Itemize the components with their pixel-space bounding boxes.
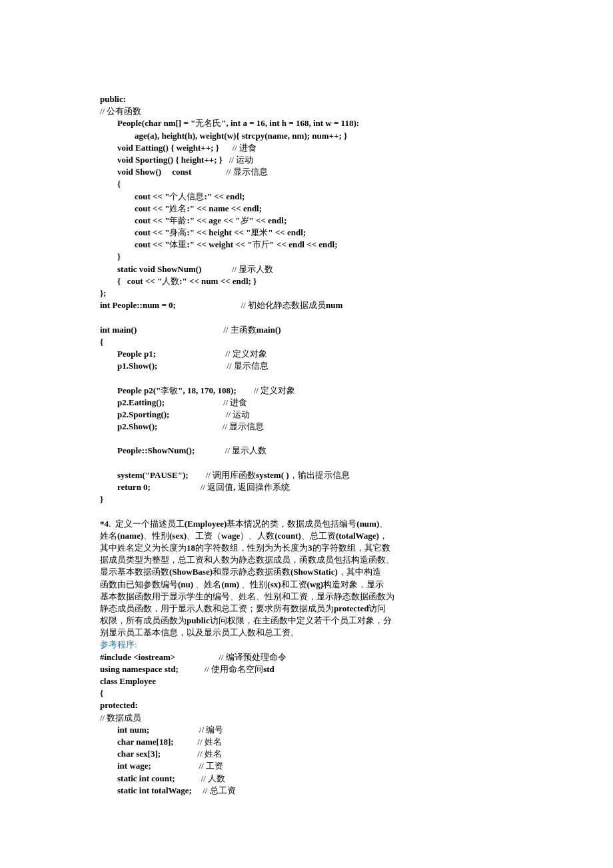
text-segment: cout << " xyxy=(100,203,169,213)
code-line: { xyxy=(100,336,513,348)
text-segment: (Employee) xyxy=(185,519,227,529)
text-segment: :" << height << " xyxy=(187,227,251,237)
text-segment: } xyxy=(100,251,121,261)
text-segment: (nu) xyxy=(178,579,195,589)
text-segment: static int count; xyxy=(100,773,175,783)
text-segment: class Employee xyxy=(100,676,156,686)
text-segment: static void ShowNum() xyxy=(100,264,201,274)
text-segment: // 显示信息 xyxy=(191,167,267,177)
code-line: } xyxy=(100,251,513,263)
text-segment: 市斤 xyxy=(253,239,270,249)
text-segment: char sex[3]; xyxy=(100,749,161,759)
text-segment: // 编译预处理命令 xyxy=(175,652,286,662)
text-segment: protected xyxy=(334,603,368,613)
code-line: { xyxy=(100,687,513,699)
text-segment: return 0; xyxy=(100,482,151,492)
code-line: } xyxy=(100,493,513,505)
text-segment xyxy=(100,433,102,443)
code-line: { cout << "人数:" << num << endl; } xyxy=(100,275,513,287)
text-segment: (ShowBase) xyxy=(169,567,213,577)
text-segment: // 显示人数 xyxy=(201,264,273,274)
text-segment: 姓名 xyxy=(100,531,117,541)
text-segment: { xyxy=(100,179,121,189)
code-line: { xyxy=(100,178,513,190)
code-line: // 数据成员 xyxy=(100,712,513,724)
code-line: int People::num = 0; // 初始化静态数据成员num xyxy=(100,299,513,311)
code-line: p2.Sporting(); // 运动 xyxy=(100,409,513,421)
text-segment: p1.Show(); xyxy=(100,361,157,371)
code-line: return 0; // 返回值, 返回操作系统 xyxy=(100,481,513,493)
text-segment xyxy=(100,312,102,322)
text-segment: static int totalWage; xyxy=(100,785,192,795)
text-segment: protected: xyxy=(100,700,138,710)
code-line xyxy=(100,457,513,469)
text-segment: ", 18, 170, 108); xyxy=(178,385,236,395)
text-segment: // 显示人数 xyxy=(195,445,267,455)
text-segment: (totalWage) xyxy=(336,531,379,541)
text-segment: // 使用命名空间 xyxy=(179,664,263,674)
text-segment: p2.Eatting(); xyxy=(100,397,165,407)
text-segment: // 显示信息 xyxy=(157,421,264,431)
text-segment: ", int a = 16, int h = 168, int w = 118)… xyxy=(221,118,359,128)
text-segment: system( ) xyxy=(256,470,289,480)
code-line: cout << "体重:" << weight << "市斤" << endl … xyxy=(100,239,513,251)
text-segment: // 显示信息 xyxy=(157,361,268,371)
code-line: 参考程序: xyxy=(100,639,513,651)
code-line: protected: xyxy=(100,699,513,711)
text-segment: 返回操作系统 xyxy=(235,482,289,492)
code-line: int num; // 编号 xyxy=(100,724,513,736)
text-segment: People p1; xyxy=(100,349,156,359)
text-segment: 人数 xyxy=(162,276,179,286)
text-segment: // 定义对象 xyxy=(156,349,267,359)
code-line: p2.Show(); // 显示信息 xyxy=(100,421,513,433)
code-line: // 公有函数 xyxy=(100,105,513,117)
text-segment: 姓名 xyxy=(169,203,187,213)
code-line: #include <iostream> // 编译预处理命令 xyxy=(100,651,513,663)
text-segment: ，输出提示信息 xyxy=(289,470,350,480)
text-segment: { cout << " xyxy=(100,276,162,286)
text-segment xyxy=(100,458,102,468)
text-segment: // 运动 xyxy=(223,155,253,165)
text-segment: 和工资 xyxy=(281,579,307,589)
code-line: cout << "个人信息:" << endl; xyxy=(100,191,513,203)
text-segment: char name[18]; xyxy=(100,737,174,747)
text-segment: (ShowStatic) xyxy=(291,567,338,577)
code-line: static int totalWage; // 总工资 xyxy=(100,785,513,797)
text-segment: (sx) xyxy=(267,579,281,589)
text-segment: 李敏 xyxy=(161,385,178,395)
text-segment: // 进食 xyxy=(165,397,247,407)
code-line: int main() // 主函数main() xyxy=(100,324,513,336)
text-segment: int People::num = 0; xyxy=(100,300,176,310)
text-segment: int main() xyxy=(100,325,137,335)
text-segment: num xyxy=(326,300,342,310)
text-segment: 、 xyxy=(379,519,388,529)
text-segment: std xyxy=(263,664,275,674)
text-segment xyxy=(100,373,102,383)
code-line: 函数由已知参数编号(nu) 、姓名(nm) 、性别(sx)和工资(wg)构造对象… xyxy=(100,579,513,591)
text-segment: // 姓名 xyxy=(161,749,222,759)
code-line: cout << "姓名:" << name << endl; xyxy=(100,203,513,215)
text-segment: 访问权限，在主函数中定义若干个员工对象，分 xyxy=(210,615,392,625)
document-page: public:// 公有函数 People(char nm[] = "无名氏",… xyxy=(0,0,613,868)
text-segment: :" << name << endl; xyxy=(187,203,262,213)
text-segment: cout << " xyxy=(100,215,169,225)
text-segment xyxy=(100,506,102,516)
text-segment: // 返回值 xyxy=(151,482,233,492)
text-segment: :" << weight << " xyxy=(187,239,252,249)
code-line: People(char nm[] = "无名氏", int a = 16, in… xyxy=(100,117,513,129)
text-segment: // 人数 xyxy=(175,773,225,783)
text-segment: (wg) xyxy=(307,579,324,589)
code-line: People::ShowNum(); // 显示人数 xyxy=(100,445,513,457)
code-line: }; xyxy=(100,287,513,299)
code-line: 据成员类型为整型，总工资和人数为静态数据成员，函数成员包括构造函数、 xyxy=(100,554,513,566)
code-line: int wage; // 工资 xyxy=(100,760,513,772)
text-segment: 、工资（ xyxy=(187,531,221,541)
text-segment: " << endl; xyxy=(249,215,287,225)
text-segment: }; xyxy=(100,288,106,298)
text-segment: int wage; xyxy=(100,761,151,771)
text-segment: 据成员类型为整型，总工资和人数为静态数据成员，函数成员包括构造函数、 xyxy=(100,555,394,565)
text-segment: 权限，所有成员函数为 xyxy=(100,615,187,625)
code-line: p1.Show(); // 显示信息 xyxy=(100,360,513,372)
text-segment: :" << endl; xyxy=(204,191,245,201)
text-segment: 18 xyxy=(187,543,195,553)
